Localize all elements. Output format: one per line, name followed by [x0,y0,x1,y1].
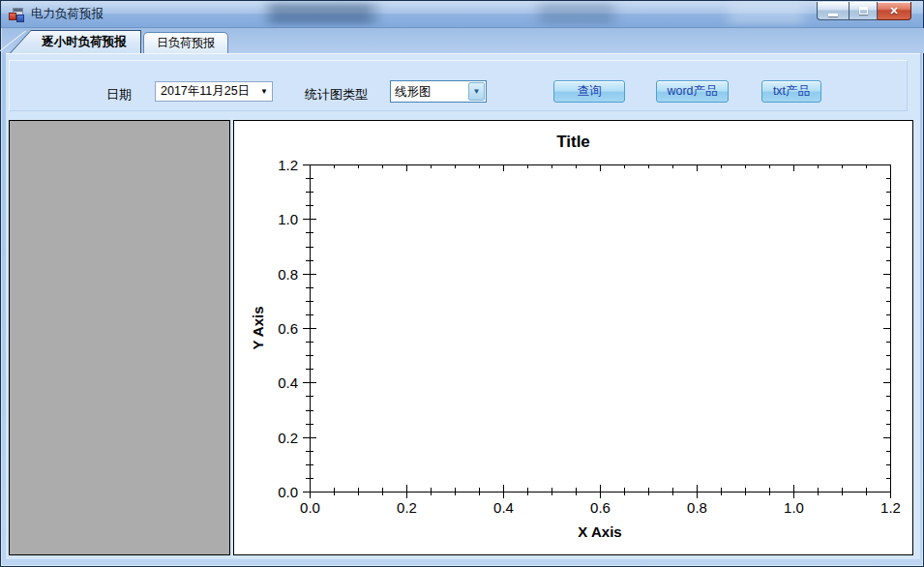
date-picker[interactable]: 2017年11月25日 ▼ [155,81,273,102]
y-tick-label: 0.0 [278,484,298,500]
minimize-icon [828,14,838,16]
chart-type-label: 统计图类型 [305,86,368,104]
x-tick-label: 0.6 [590,499,611,516]
x-tick-label: 0.4 [493,499,514,516]
window-title: 电力负荷预报 [31,1,104,28]
tab-page-content: 日期 2017年11月25日 ▼ 统计图类型 线形图 ▼ 查询 word产品 t… [6,53,920,559]
y-tick-label: 1.0 [278,211,298,227]
y-tick-label: 0.8 [278,266,298,283]
chart-title: Title [556,133,590,151]
maximize-icon [859,7,868,15]
txt-export-button[interactable]: txt产品 [761,80,821,103]
x-axis-label: X Axis [578,523,621,540]
x-tick-label: 0.2 [397,499,417,516]
query-button[interactable]: 查询 [553,80,625,103]
y-tick-label: 1.2 [278,157,298,173]
result-list-panel [9,120,230,555]
window-controls: ✕ [817,2,911,20]
title-bar[interactable]: 电力负荷预报 [1,1,923,28]
chart-panel: 0.00.20.40.60.81.01.20.00.20.40.60.81.01… [233,120,913,555]
app-form-icon [9,7,24,22]
maximize-button[interactable] [849,2,878,20]
close-icon: ✕ [889,6,898,16]
date-picker-value: 2017年11月25日 [156,83,256,100]
tab-daily-forecast[interactable]: 日负荷预报 [143,32,228,53]
combo-dropdown-button[interactable]: ▼ [468,82,485,101]
tab-strip: 逐小时负荷预报 日负荷预报 [2,28,924,53]
x-tick-label: 1.2 [880,499,901,516]
app-window: 电力负荷预报 ✕ 逐小时负荷预报 日负荷预报 日期 2017年11月25日 ▼ [0,0,924,567]
chart: 0.00.20.40.60.81.01.20.00.20.40.60.81.01… [234,121,912,554]
x-tick-label: 0.0 [300,499,320,516]
chart-type-value: 线形图 [391,81,467,102]
minimize-button[interactable] [817,2,849,20]
tab-daily-forecast-label: 日负荷预报 [157,35,215,51]
x-tick-label: 0.8 [687,499,707,516]
close-button[interactable]: ✕ [878,2,911,20]
y-axis-label: Y Axis [250,306,266,349]
chart-type-combobox[interactable]: 线形图 ▼ [390,80,487,103]
y-tick-label: 0.2 [278,430,298,446]
tab-hourly-forecast-label: 逐小时负荷预报 [42,34,127,50]
tab-hourly-forecast[interactable]: 逐小时负荷预报 [10,30,141,53]
date-label: 日期 [106,86,132,104]
x-tick-label: 1.0 [784,499,804,516]
y-tick-label: 0.4 [278,374,298,391]
y-tick-label: 0.6 [278,320,298,337]
toolbar-panel: 日期 2017年11月25日 ▼ 统计图类型 线形图 ▼ 查询 word产品 t… [9,60,908,111]
chevron-down-icon: ▼ [256,87,272,96]
word-export-button[interactable]: word产品 [656,80,729,103]
